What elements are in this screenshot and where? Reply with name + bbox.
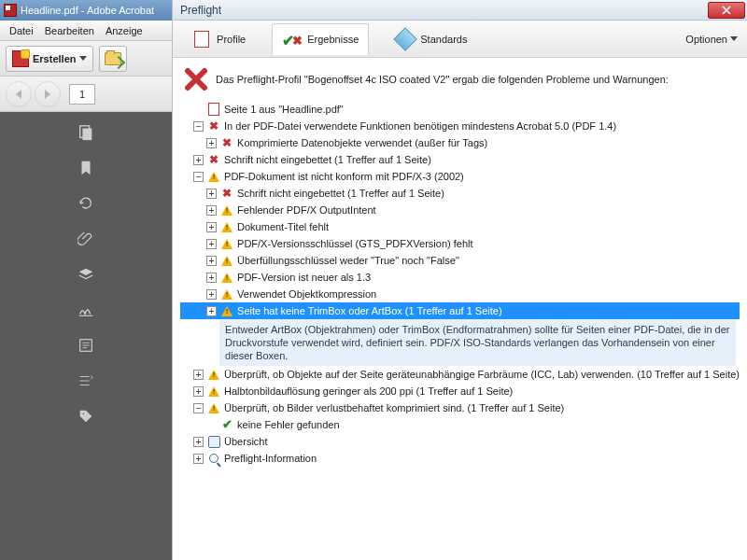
expand-toggle[interactable]: + [206, 289, 217, 300]
menu-datei[interactable]: Datei [4, 22, 39, 39]
close-button[interactable] [708, 2, 745, 19]
expand-toggle[interactable]: + [206, 306, 217, 316]
tree-node-warning[interactable]: −Überprüft, ob Bilder verlustbehaftet ko… [180, 399, 740, 416]
expand-toggle[interactable]: + [206, 189, 217, 199]
collapse-toggle[interactable]: − [193, 172, 204, 182]
rail-undo-icon[interactable] [71, 190, 101, 217]
rail-pages-icon[interactable] [71, 119, 101, 146]
menubar: Datei Bearbeiten Anzeige [0, 21, 172, 41]
pdf-page-icon [206, 103, 221, 116]
rail-attachment-icon[interactable] [71, 226, 101, 252]
collapse-toggle[interactable]: − [193, 121, 204, 132]
warning-icon [206, 368, 221, 381]
tab-ergebnisse[interactable]: Ergebnisse [272, 23, 369, 55]
menu-anzeige[interactable]: Anzeige [100, 22, 148, 39]
tree-node-warning-selected[interactable]: +Seite hat keine TrimBox oder ArtBox (1 … [180, 302, 740, 319]
chevron-down-icon [79, 56, 87, 61]
expand-toggle[interactable]: + [206, 222, 217, 232]
tab-ergebnisse-label: Ergebnisse [307, 34, 359, 45]
results-icon [282, 32, 303, 47]
preflight-titlebar: Preflight [173, 0, 747, 21]
tree-node-preflight-info[interactable]: +Preflight-Information [180, 450, 740, 467]
arrow-right-icon [45, 90, 50, 99]
options-label: Optionen [685, 34, 727, 45]
rail-tag-icon[interactable] [71, 403, 101, 429]
expand-toggle[interactable]: + [193, 437, 204, 447]
tree-node-error[interactable]: +Schrift nicht eingebettet (1 Treffer au… [180, 185, 740, 202]
tree-node-warning[interactable]: +Verwendet Objektkompression [180, 286, 740, 302]
options-menu[interactable]: Optionen [685, 34, 738, 45]
warning-icon [206, 170, 221, 183]
tree-node-warning[interactable]: +Überfüllungsschlüssel weder "True" noch… [180, 252, 740, 269]
warning-icon [219, 271, 234, 284]
error-icon [219, 136, 234, 149]
nav-prev-button[interactable] [6, 81, 32, 107]
expand-toggle[interactable]: + [206, 205, 217, 216]
overview-icon [206, 435, 221, 448]
svg-point-10 [82, 413, 84, 414]
expand-toggle[interactable]: + [206, 273, 217, 283]
tree-node-warning[interactable]: +PDF-Version ist neuer als 1.3 [180, 269, 740, 286]
expand-toggle[interactable]: + [206, 239, 217, 249]
profile-icon [191, 30, 212, 49]
tree-node-error[interactable]: +Komprimierte Datenobjekte verwendet (au… [180, 134, 740, 151]
tree-node-warning[interactable]: −PDF-Dokument ist nicht konform mit PDF/… [180, 168, 740, 185]
arrow-left-icon [16, 90, 21, 99]
tree-node-ok[interactable]: keine Fehler gefunden [180, 416, 740, 433]
expand-toggle[interactable]: + [193, 370, 204, 380]
tree-node-warning[interactable]: +Dokument-Titel fehlt [180, 218, 740, 235]
acrobat-left-column: Headline.pdf - Adobe Acrobat Datei Bearb… [0, 0, 173, 560]
expand-toggle[interactable]: + [193, 155, 204, 165]
app-root: Headline.pdf - Adobe Acrobat Datei Bearb… [0, 0, 747, 560]
preflight-title: Preflight [180, 4, 221, 17]
rail-bookmark-icon[interactable] [71, 155, 101, 181]
svg-rect-1 [82, 129, 92, 141]
create-pdf-icon [12, 50, 29, 67]
check-icon [219, 418, 234, 431]
tab-profile[interactable]: Profile [182, 24, 255, 54]
warning-icon [219, 203, 234, 217]
results-tree[interactable]: Seite 1 aus "Headline.pdf" −In der PDF-D… [173, 101, 747, 560]
expand-toggle[interactable]: + [206, 256, 217, 266]
tree-node-warning[interactable]: +Fehlender PDF/X OutputIntent [180, 202, 740, 218]
erstellen-button[interactable]: Erstellen [6, 46, 93, 72]
page-number-input[interactable]: 1 [69, 84, 95, 105]
warning-icon [219, 304, 234, 317]
tree-node-overview[interactable]: +Übersicht [180, 433, 740, 450]
rail-layers-icon[interactable] [71, 261, 101, 287]
magnifier-icon [206, 452, 221, 465]
tree-node-warning[interactable]: +PDF/X-Versionsschlüssel (GTS_PDFXVersio… [180, 235, 740, 252]
chevron-down-icon [730, 36, 738, 41]
folder-open-icon [105, 52, 121, 65]
warning-icon [219, 287, 234, 301]
error-summary-icon [184, 67, 208, 91]
tree-node-warning[interactable]: +Halbtonbildauflösung geringer als 200 p… [180, 383, 740, 399]
nav-next-button[interactable] [35, 81, 61, 107]
error-icon [206, 153, 221, 166]
error-icon [206, 119, 221, 133]
tree-node-warning[interactable]: +Überprüft, ob Objekte auf der Seite ger… [180, 366, 740, 383]
tree-node-error[interactable]: −In der PDF-Datei verwendete Funktionen … [180, 118, 740, 134]
tree-node-error[interactable]: +Schrift nicht eingebettet (1 Treffer au… [180, 151, 740, 168]
warning-icon [206, 401, 221, 414]
rail-sign-icon[interactable] [71, 297, 101, 323]
expand-toggle[interactable]: + [193, 454, 204, 464]
rail-article-icon[interactable] [71, 332, 101, 358]
rail-order-icon[interactable] [71, 368, 101, 394]
tab-standards-label: Standards [420, 34, 467, 45]
tree-node-page[interactable]: Seite 1 aus "Headline.pdf" [180, 101, 740, 118]
summary-text: Das Preflight-Profil "Bogenoffset 4c ISO… [216, 74, 669, 85]
tab-standards[interactable]: Standards [386, 24, 476, 54]
warning-icon [219, 237, 234, 250]
pdf-app-icon [4, 4, 17, 17]
expand-toggle[interactable]: + [193, 386, 204, 397]
collapse-toggle[interactable]: − [193, 403, 204, 413]
toolbar-nav: 1 [0, 77, 172, 112]
error-icon [219, 187, 234, 200]
expand-toggle[interactable]: + [206, 138, 217, 148]
open-file-button[interactable] [99, 46, 127, 72]
tab-profile-label: Profile [217, 34, 246, 45]
menu-bearbeiten[interactable]: Bearbeiten [39, 22, 100, 39]
toolbar-main: Erstellen [0, 41, 172, 77]
preflight-tabbar: Profile Ergebnisse Standards Optionen [173, 21, 747, 58]
